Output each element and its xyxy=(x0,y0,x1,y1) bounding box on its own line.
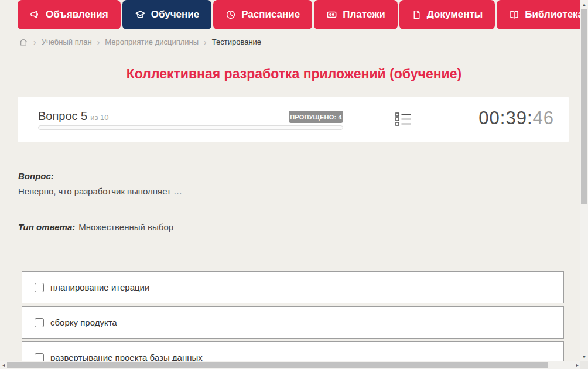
breadcrumb-item-study-plan[interactable]: Учебный план xyxy=(42,37,92,46)
question-list-icon xyxy=(395,112,411,127)
document-icon xyxy=(412,9,422,20)
answer-options: планирование итерации сборку продукта ра… xyxy=(22,271,564,369)
breadcrumb: › Учебный план › Мероприятие дисциплины … xyxy=(19,37,261,47)
skipped-badge: ПРОПУЩЕНО: 4 xyxy=(289,111,343,123)
answer-option[interactable]: планирование итерации xyxy=(22,271,564,303)
scroll-down-arrow-icon[interactable]: ▼ xyxy=(580,353,588,361)
question-number: Вопрос 5 xyxy=(38,110,87,122)
nav-item-library[interactable]: Библиотека xyxy=(497,0,588,29)
question-text: Неверно, что разработчик выполняет … xyxy=(18,186,182,196)
nav-item-learning[interactable]: Обучение xyxy=(122,0,211,29)
breadcrumb-separator: › xyxy=(204,37,207,47)
clock-icon xyxy=(225,9,236,20)
answer-type-value: Множественный выбор xyxy=(78,222,173,232)
nav-item-label: Платежи xyxy=(343,9,385,20)
nav-item-label: Документы xyxy=(427,9,483,20)
nav-item-documents[interactable]: Документы xyxy=(399,0,495,29)
page-title: Коллективная разработка приложений (обуч… xyxy=(0,66,588,82)
nav-item-announcements[interactable]: Объявления xyxy=(18,0,121,29)
nav-item-label: Обучение xyxy=(151,9,199,20)
answer-type-label: Тип ответа: xyxy=(18,222,75,232)
quiz-header-card: Вопрос 5из 10 ПРОПУЩЕНО: 4 00:39:46 xyxy=(18,97,569,142)
graduation-cap-icon xyxy=(135,9,146,20)
checkbox[interactable] xyxy=(35,318,44,327)
breadcrumb-item-discipline-event[interactable]: Мероприятие дисциплины xyxy=(105,37,199,46)
nav-item-label: Расписание xyxy=(241,9,300,20)
horizontal-scrollbar[interactable]: ◄ ► xyxy=(0,361,580,369)
scroll-left-arrow-icon[interactable]: ◄ xyxy=(0,361,7,369)
answer-type-row: Тип ответа:Множественный выбор xyxy=(18,222,173,232)
wallet-icon xyxy=(326,9,337,20)
breadcrumb-item-testing: Тестирование xyxy=(212,37,261,46)
nav-item-schedule[interactable]: Расписание xyxy=(213,0,312,29)
answer-option[interactable]: сборку продукта xyxy=(22,306,564,339)
timer-seconds: 46 xyxy=(533,108,554,128)
timer: 00:39:46 xyxy=(478,108,554,129)
megaphone-icon xyxy=(30,9,40,20)
nav-item-label: Объявления xyxy=(46,9,108,20)
answer-option-label: сборку продукта xyxy=(50,317,117,327)
question-list-button[interactable] xyxy=(394,111,412,128)
timer-hours-minutes: 00:39: xyxy=(478,108,532,128)
book-icon xyxy=(509,9,519,20)
main-nav: Объявления Обучение Расписание Платежи Д… xyxy=(18,0,588,29)
scrollbar-corner xyxy=(580,361,588,369)
vertical-scrollbar[interactable]: ▲ ▼ xyxy=(580,0,588,361)
breadcrumb-separator: › xyxy=(33,37,36,47)
question-counter: Вопрос 5из 10 xyxy=(38,110,109,123)
horizontal-scrollbar-thumb[interactable] xyxy=(7,362,548,368)
scroll-up-arrow-icon[interactable]: ▲ xyxy=(580,1,588,8)
home-icon[interactable] xyxy=(19,37,28,47)
progress-bar xyxy=(38,125,343,130)
nav-item-payments[interactable]: Платежи xyxy=(314,0,398,29)
answer-option-label: планирование итерации xyxy=(50,282,149,292)
question-label: Вопрос: xyxy=(18,171,54,181)
checkbox[interactable] xyxy=(35,283,44,292)
breadcrumb-separator: › xyxy=(97,37,100,47)
nav-item-label: Библиотека xyxy=(525,9,583,20)
question-total: из 10 xyxy=(90,113,108,122)
vertical-scrollbar-thumb[interactable] xyxy=(581,9,587,204)
